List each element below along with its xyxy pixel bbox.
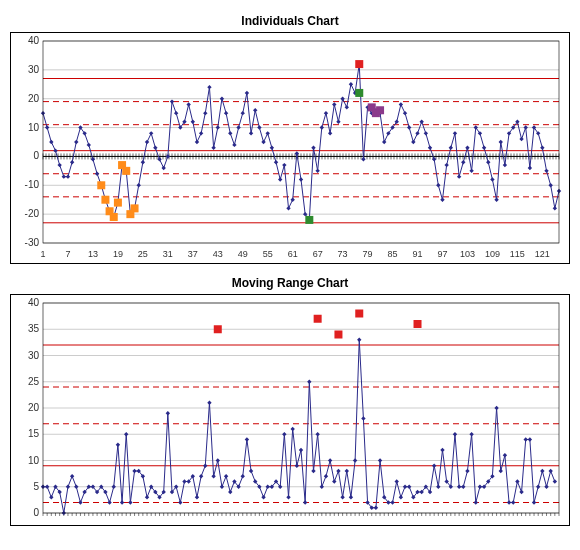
svg-text:20: 20 — [28, 402, 40, 413]
svg-rect-226 — [131, 204, 139, 212]
svg-rect-219 — [101, 196, 109, 204]
svg-text:20: 20 — [28, 93, 40, 104]
svg-text:7: 7 — [65, 249, 70, 259]
svg-text:31: 31 — [163, 249, 173, 259]
svg-text:5: 5 — [33, 481, 39, 492]
moving-range-chart: 0510152025303540 — [10, 294, 570, 526]
svg-rect-383 — [314, 315, 322, 323]
svg-text:19: 19 — [113, 249, 123, 259]
svg-text:97: 97 — [437, 249, 447, 259]
svg-text:73: 73 — [338, 249, 348, 259]
svg-text:13: 13 — [88, 249, 98, 259]
svg-text:109: 109 — [485, 249, 500, 259]
svg-text:49: 49 — [238, 249, 248, 259]
individuals-chart-title: Individuals Chart — [10, 14, 570, 28]
svg-text:91: 91 — [413, 249, 423, 259]
svg-rect-385 — [355, 310, 363, 318]
svg-text:0: 0 — [33, 150, 39, 161]
svg-text:40: 40 — [28, 35, 40, 46]
svg-rect-227 — [305, 216, 313, 224]
svg-rect-221 — [110, 213, 118, 221]
svg-rect-384 — [334, 331, 342, 339]
svg-text:85: 85 — [388, 249, 398, 259]
svg-text:30: 30 — [28, 350, 40, 361]
svg-rect-218 — [97, 181, 105, 189]
svg-rect-386 — [414, 320, 422, 328]
svg-text:37: 37 — [188, 249, 198, 259]
svg-text:30: 30 — [28, 64, 40, 75]
svg-text:79: 79 — [363, 249, 373, 259]
svg-rect-222 — [114, 199, 122, 207]
svg-text:0: 0 — [33, 507, 39, 518]
svg-text:121: 121 — [535, 249, 550, 259]
svg-text:115: 115 — [510, 249, 525, 259]
svg-text:67: 67 — [313, 249, 323, 259]
individuals-chart: -30-20-100102030401713192531374349556167… — [10, 32, 570, 264]
svg-text:25: 25 — [28, 376, 40, 387]
svg-rect-233 — [43, 41, 559, 243]
svg-rect-224 — [122, 167, 130, 175]
svg-text:61: 61 — [288, 249, 298, 259]
svg-text:15: 15 — [28, 428, 40, 439]
svg-text:-20: -20 — [25, 208, 40, 219]
svg-text:43: 43 — [213, 249, 223, 259]
svg-rect-228 — [355, 89, 363, 97]
svg-rect-232 — [376, 106, 384, 114]
svg-text:55: 55 — [263, 249, 273, 259]
svg-text:-10: -10 — [25, 179, 40, 190]
svg-text:10: 10 — [28, 455, 40, 466]
svg-text:103: 103 — [460, 249, 475, 259]
svg-text:1: 1 — [40, 249, 45, 259]
moving-range-chart-title: Moving Range Chart — [10, 276, 570, 290]
svg-rect-382 — [214, 325, 222, 333]
svg-rect-229 — [355, 60, 363, 68]
svg-text:25: 25 — [138, 249, 148, 259]
svg-text:40: 40 — [28, 297, 40, 308]
svg-text:-30: -30 — [25, 237, 40, 248]
svg-text:10: 10 — [28, 122, 40, 133]
svg-text:35: 35 — [28, 323, 40, 334]
